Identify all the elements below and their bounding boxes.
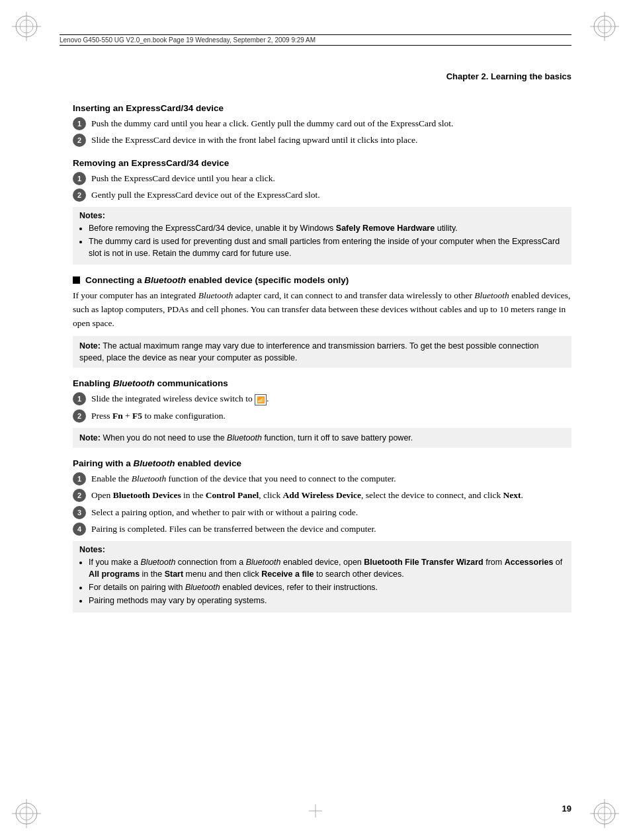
step-text: Push the ExpressCard device until you he… bbox=[91, 172, 571, 185]
pairing-notes-box: Notes: If you make a Bluetooth connectio… bbox=[73, 541, 571, 612]
chapter-title: Chapter 2. Learning the basics bbox=[446, 71, 571, 81]
enabling-bluetooth-heading: Enabling Bluetooth communications bbox=[73, 378, 571, 388]
bluetooth-section-heading: Connecting a Bluetooth enabled device (s… bbox=[73, 275, 571, 285]
enabling-note-text: When you do not need to use the Bluetoot… bbox=[103, 433, 413, 442]
square-bullet-icon bbox=[73, 276, 80, 284]
step-number: 4 bbox=[73, 523, 86, 536]
page-container: Lenovo G450-550 UG V2.0_en.book Page 19 … bbox=[0, 0, 631, 840]
enabling-note-box: Note: When you do not need to use the Bl… bbox=[73, 428, 571, 448]
insert-step-2: 2 Slide the ExpressCard device in with t… bbox=[73, 134, 571, 147]
pairing-heading: Pairing with a Bluetooth enabled device bbox=[73, 458, 571, 468]
pairing-notes-list: If you make a Bluetooth connection from … bbox=[89, 556, 565, 607]
page-number: 19 bbox=[562, 804, 571, 814]
enable-step-2: 2 Press Fn + F5 to make configuration. bbox=[73, 409, 571, 423]
bluetooth-body-text: If your computer has an integrated Bluet… bbox=[73, 289, 571, 331]
enable-step-1: 1 Slide the integrated wireless device s… bbox=[73, 392, 571, 405]
step-number: 1 bbox=[73, 472, 86, 485]
step-text: Pairing is completed. Files can be trans… bbox=[91, 523, 571, 536]
remove-step-2: 2 Gently pull the ExpressCard device out… bbox=[73, 189, 571, 202]
step-text: Open Bluetooth Devices in the Control Pa… bbox=[91, 489, 571, 502]
inserting-expresscard-heading: Inserting an ExpressCard/34 device bbox=[73, 103, 571, 113]
note-label: Note: bbox=[79, 433, 101, 442]
chapter-header: Chapter 2. Learning the basics bbox=[446, 71, 571, 81]
pair-step-3: 3 Select a pairing option, and whether t… bbox=[73, 506, 571, 519]
pairing-note-2: For details on pairing with Bluetooth en… bbox=[89, 581, 565, 593]
pair-step-1: 1 Enable the Bluetooth function of the d… bbox=[73, 472, 571, 485]
bluetooth-note-box: Note: The actual maximum range may vary … bbox=[73, 336, 571, 368]
meta-line: Lenovo G450-550 UG V2.0_en.book Page 19 … bbox=[60, 34, 571, 46]
corner-decoration-br bbox=[590, 799, 619, 828]
note-text: The actual maximum range may vary due to… bbox=[79, 341, 538, 362]
corner-decoration-tr bbox=[590, 12, 619, 41]
removing-expresscard-heading: Removing an ExpressCard/34 device bbox=[73, 158, 571, 168]
note-item-2: The dummy card is used for preventing du… bbox=[89, 235, 565, 259]
insert-step-1: 1 Push the dummy card until you hear a c… bbox=[73, 117, 571, 130]
step-number: 1 bbox=[73, 172, 86, 185]
step-text: Enable the Bluetooth function of the dev… bbox=[91, 472, 571, 485]
step-text: Push the dummy card until you hear a cli… bbox=[91, 117, 571, 130]
corner-decoration-bl bbox=[12, 799, 41, 828]
step-number: 3 bbox=[73, 506, 86, 519]
expresscard-notes-box: Notes: Before removing the ExpressCard/3… bbox=[73, 207, 571, 265]
pair-step-4: 4 Pairing is completed. Files can be tra… bbox=[73, 523, 571, 536]
step-text: Slide the integrated wireless device swi… bbox=[91, 392, 571, 405]
step-text: Gently pull the ExpressCard device out o… bbox=[91, 189, 571, 202]
notes-title: Notes: bbox=[79, 211, 565, 220]
pairing-note-1: If you make a Bluetooth connection from … bbox=[89, 556, 565, 580]
main-content: Inserting an ExpressCard/34 device 1 Pus… bbox=[73, 93, 571, 787]
note-label: Note: bbox=[79, 341, 101, 351]
meta-text: Lenovo G450-550 UG V2.0_en.book Page 19 … bbox=[60, 36, 316, 44]
wireless-icon: 📶 bbox=[255, 394, 267, 405]
bluetooth-heading-text: Connecting a Bluetooth enabled device (s… bbox=[85, 275, 349, 285]
step-number: 1 bbox=[73, 117, 86, 130]
step-text: Select a pairing option, and whether to … bbox=[91, 506, 571, 519]
notes-list: Before removing the ExpressCard/34 devic… bbox=[89, 222, 565, 259]
step-number: 2 bbox=[73, 409, 86, 423]
step-number: 2 bbox=[73, 489, 86, 502]
step-number: 1 bbox=[73, 392, 86, 405]
note-item-1: Before removing the ExpressCard/34 devic… bbox=[89, 222, 565, 234]
remove-step-1: 1 Push the ExpressCard device until you … bbox=[73, 172, 571, 185]
corner-decoration-tl bbox=[12, 12, 41, 41]
pairing-notes-title: Notes: bbox=[79, 545, 565, 554]
step-number: 2 bbox=[73, 134, 86, 147]
step-number: 2 bbox=[73, 189, 86, 202]
step-text: Slide the ExpressCard device in with the… bbox=[91, 134, 571, 147]
pair-step-2: 2 Open Bluetooth Devices in the Control … bbox=[73, 489, 571, 502]
step-text: Press Fn + F5 to make configuration. bbox=[91, 409, 571, 423]
bottom-center-tick bbox=[306, 804, 325, 820]
pairing-note-3: Pairing methods may vary by operating sy… bbox=[89, 595, 565, 607]
